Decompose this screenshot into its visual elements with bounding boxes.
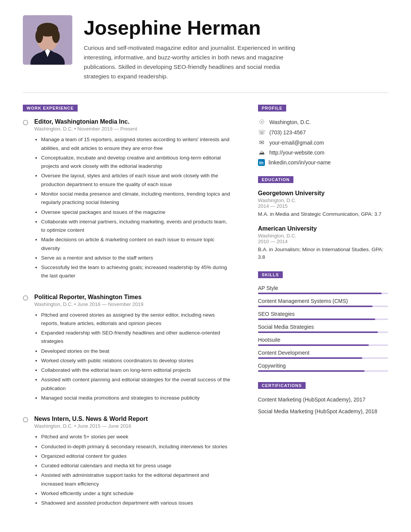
job-circle <box>23 120 28 125</box>
skill-bar-fill <box>258 344 369 346</box>
svg-point-5 <box>35 29 43 43</box>
job-title: Editor, Washingtonian Media Inc. <box>34 118 231 125</box>
work-experience-label: WORK EXPERIENCE <box>23 105 78 111</box>
list-item: Organized editorial content for guides <box>41 452 231 460</box>
skill-name: AP Style <box>258 285 388 291</box>
job-meta: Washington, D.C. • November 2019 — Prese… <box>34 126 231 132</box>
job-indicator <box>23 294 28 404</box>
list-item: Manage a team of 15 reporters, assigned … <box>41 135 231 153</box>
list-item: Curated editorial calendars and media ki… <box>41 462 231 470</box>
skill-bar-fill <box>258 306 373 307</box>
job-indicator <box>23 118 28 281</box>
location-text: Washington, D.C. <box>269 119 311 125</box>
email-icon: ✉ <box>258 139 266 146</box>
job-indicator <box>23 416 28 508</box>
certifications-section: CERTIFICATIONS Content Marketing (HubSpo… <box>258 382 388 416</box>
job-meta: Washington, D.C. • June 2015 — June 2016 <box>34 423 231 429</box>
skill-item: Content Management Systems (CMS) <box>258 298 388 307</box>
job-entry: Editor, Washingtonian Media Inc. Washing… <box>23 118 231 281</box>
profile-phone: ☏ (703) 123-4567 <box>258 129 388 136</box>
skill-name: Content Management Systems (CMS) <box>258 298 388 304</box>
profile-website: ⛰ http://your-website.com <box>258 149 388 156</box>
list-item: Shadowed and assisted production departm… <box>41 499 231 507</box>
job-circle <box>23 417 28 422</box>
edu-location: Washington, D.C. <box>258 233 388 239</box>
list-item: Developed stories on the beat <box>41 347 231 355</box>
skill-name: Hootsuite <box>258 337 388 343</box>
skill-bar-fill <box>258 370 365 372</box>
skill-bar-bg <box>258 319 388 320</box>
left-column: WORK EXPERIENCE Editor, Washingtonian Me… <box>23 104 239 521</box>
job-circle <box>23 295 28 301</box>
list-item: Oversee special packages and issues of t… <box>41 208 231 217</box>
job-title: News Intern, U.S. News & World Report <box>34 416 231 422</box>
skills-section: SKILLS AP Style Content Management Syste… <box>258 271 388 372</box>
skill-bar-bg <box>258 344 388 346</box>
skill-bar-bg <box>258 293 388 294</box>
skill-name: Copywriting <box>258 363 388 369</box>
edu-school: American University <box>258 225 388 232</box>
avatar <box>23 15 72 65</box>
profile-location: ☉ Washington, D.C. <box>258 118 388 126</box>
header-section: Josephine Herman Curious and self-motiva… <box>0 0 411 92</box>
skill-bar-bg <box>258 357 388 359</box>
main-content: WORK EXPERIENCE Editor, Washingtonian Me… <box>0 93 411 532</box>
edu-school: Georgetown University <box>258 190 388 197</box>
list-item: Collaborated with the editorial team on … <box>41 366 231 374</box>
skill-item: Copywriting <box>258 363 388 372</box>
right-column: PROFILE ☉ Washington, D.C. ☏ (703) 123-4… <box>254 104 388 521</box>
job-details: News Intern, U.S. News & World Report Wa… <box>34 416 231 508</box>
edu-years: 2010 — 2014 <box>258 239 388 244</box>
skill-bar-bg <box>258 306 388 307</box>
linkedin-text: linkedin.com/in/your-name <box>269 159 331 166</box>
cert-item: Social Media Marketing (HubSpot Academy)… <box>258 408 388 416</box>
skill-item: AP Style <box>258 285 388 294</box>
edu-location: Washington, D.C. <box>258 198 388 203</box>
edu-entry: Georgetown University Washington, D.C. 2… <box>258 190 388 218</box>
candidate-name: Josephine Herman <box>84 17 388 39</box>
skill-bar-fill <box>258 319 375 320</box>
list-item: Conducted in-depth primary & secondary r… <box>41 443 231 451</box>
edu-degree: M.A. in Media and Strategic Communicatio… <box>258 210 388 218</box>
skill-bar-fill <box>258 331 378 333</box>
list-item: Expanded readership with SEO-friendly he… <box>41 329 231 346</box>
linkedin-icon: in <box>258 159 265 166</box>
list-item: Monitor social media presence and climat… <box>41 190 231 207</box>
job-details: Editor, Washingtonian Media Inc. Washing… <box>34 118 231 281</box>
skills-label: SKILLS <box>258 271 283 278</box>
email-text: your-email@gmail.com <box>269 140 324 146</box>
header-info: Josephine Herman Curious and self-motiva… <box>84 15 388 81</box>
skill-item: SEO Strategies <box>258 311 388 320</box>
list-item: Made decisions on article & marketing co… <box>41 236 231 253</box>
certifications-label: CERTIFICATIONS <box>258 382 306 389</box>
edu-entry: American University Washington, D.C. 201… <box>258 225 388 261</box>
education-label: EDUCATION <box>258 176 294 183</box>
job-title: Political Reporter, Washington Times <box>34 294 231 301</box>
profile-email: ✉ your-email@gmail.com <box>258 139 388 146</box>
edu-years: 2014 — 2015 <box>258 203 388 209</box>
svg-point-6 <box>52 29 60 43</box>
job-entry: News Intern, U.S. News & World Report Wa… <box>23 416 231 508</box>
phone-text: (703) 123-4567 <box>269 129 306 135</box>
list-item: Oversee the layout, styles and articles … <box>41 172 231 189</box>
list-item: Successfully led the team to achieving g… <box>41 263 231 280</box>
profile-section: PROFILE ☉ Washington, D.C. ☏ (703) 123-4… <box>258 104 388 166</box>
skill-item: Social Media Strategies <box>258 324 388 333</box>
skill-bar-fill <box>258 293 382 294</box>
list-item: Worked efficiently under a tight schedul… <box>41 489 231 498</box>
list-item: Assisted with administrative support tas… <box>41 471 231 488</box>
resume-page: Josephine Herman Curious and self-motiva… <box>0 0 411 532</box>
list-item: Worked closely with public relations coo… <box>41 357 231 365</box>
location-icon: ☉ <box>258 118 266 126</box>
cert-item: Content Marketing (HubSpot Academy), 201… <box>258 396 388 404</box>
job-meta: Washington, D.C. • June 2016 — November … <box>34 301 231 307</box>
skill-bar-bg <box>258 370 388 372</box>
list-item: Conceptualize, incubate and develop crea… <box>41 154 231 171</box>
list-item: Serve as a mentor and advisor to the sta… <box>41 254 231 262</box>
list-item: Managed social media promotions and stra… <box>41 394 231 402</box>
job-bullets: Pitched and covered stories as assigned … <box>34 311 231 403</box>
skill-item: Hootsuite <box>258 337 388 346</box>
phone-icon: ☏ <box>258 129 266 136</box>
list-item: Assisted with content planning and edito… <box>41 376 231 393</box>
list-item: Pitched and covered stories as assigned … <box>41 311 231 328</box>
